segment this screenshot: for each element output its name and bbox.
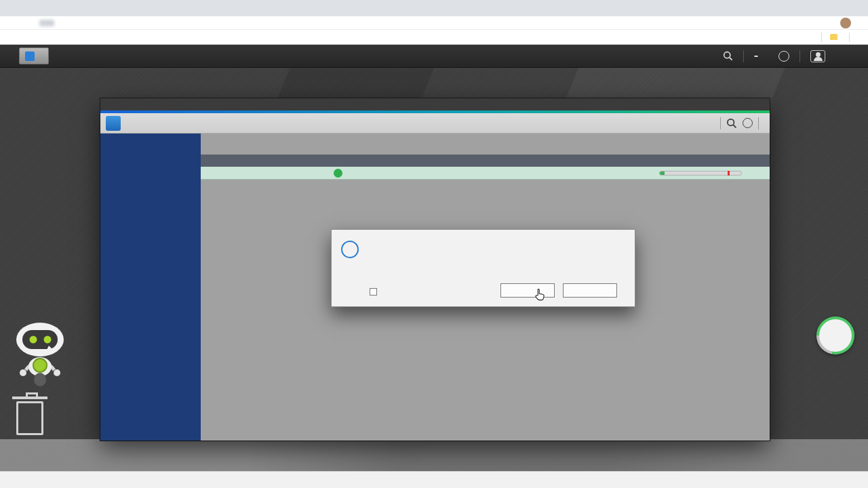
divider <box>758 117 759 129</box>
robot-mascot[interactable] <box>8 321 72 386</box>
new-volume-button[interactable] <box>500 283 555 298</box>
help-icon[interactable] <box>743 118 753 128</box>
status-cell <box>330 169 414 178</box>
hand-cursor-icon <box>534 288 545 301</box>
usage-bar <box>659 171 742 176</box>
qts-topbar <box>0 45 868 68</box>
table-header <box>201 155 770 167</box>
qts-topbar-right <box>723 50 859 62</box>
url-field[interactable] <box>26 20 58 26</box>
info-icon <box>341 241 359 258</box>
qts-task-tab[interactable] <box>19 47 49 64</box>
content-toolbar <box>201 134 770 155</box>
folder-icon <box>830 34 837 40</box>
background-tasks-icon[interactable] <box>754 56 758 57</box>
url-masked-part <box>39 20 54 26</box>
divider <box>800 50 800 62</box>
divider <box>821 33 822 42</box>
app-icon <box>25 52 35 61</box>
person-glyph <box>816 52 821 57</box>
divider <box>849 33 850 42</box>
app-header <box>100 113 770 134</box>
pool-created-dialog <box>331 229 635 307</box>
resource-monitor-widget[interactable] <box>816 317 854 354</box>
trash-icon[interactable] <box>16 401 43 435</box>
divider <box>720 117 721 129</box>
sidebar <box>100 134 201 441</box>
storage-app-icon <box>106 116 121 131</box>
status-check-icon <box>334 169 342 178</box>
other-bookmarks-button[interactable] <box>830 34 841 40</box>
usage-bar-used <box>660 171 665 175</box>
browser-tabstrip <box>0 0 868 16</box>
pool-name-cell[interactable] <box>201 169 330 177</box>
table-row[interactable] <box>201 167 770 180</box>
global-search-icon[interactable] <box>726 118 737 129</box>
qts-desktop <box>0 68 868 471</box>
browser-window-controls <box>787 0 868 16</box>
usage-cell <box>655 171 770 176</box>
divider <box>743 50 744 62</box>
widget-inner <box>819 319 852 352</box>
bookmarks-right <box>813 33 861 42</box>
bookmarks-bar <box>0 30 868 45</box>
notifications-icon[interactable] <box>778 51 789 62</box>
window-titlebar[interactable] <box>100 98 770 110</box>
usage-bar-threshold <box>728 171 730 176</box>
checkbox-box[interactable] <box>370 288 377 296</box>
extension-area <box>837 18 863 28</box>
screen <box>0 0 868 488</box>
close-dialog-button[interactable] <box>563 283 617 298</box>
user-icon[interactable] <box>810 50 825 62</box>
system-tray <box>848 472 868 488</box>
search-icon[interactable] <box>723 51 733 61</box>
desktop-bottom-band <box>0 439 868 471</box>
browser-addressbar <box>0 16 868 30</box>
profile-avatar[interactable] <box>840 18 851 28</box>
dont-show-again-checkbox[interactable] <box>370 288 381 296</box>
windows-taskbar <box>0 471 868 488</box>
